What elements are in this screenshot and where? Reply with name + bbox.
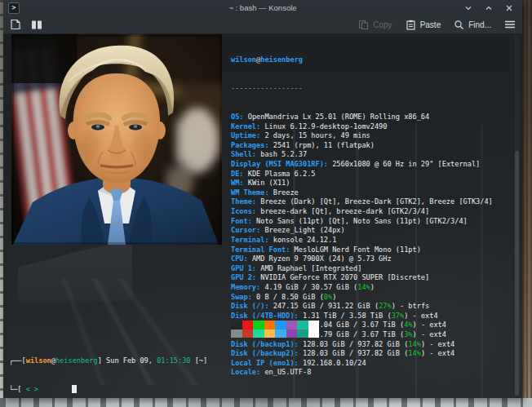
close-icon — [505, 4, 513, 12]
fastfetch-line: Theme: Breeze (Dark) [Qt], Breeze-Dark [… — [231, 197, 493, 207]
paste-button[interactable]: Paste — [406, 20, 441, 30]
fastfetch-line: Memory: 4.19 GiB / 30.57 GiB (14%) — [231, 283, 493, 293]
prompt-line-2: └─[ < > — [9, 385, 207, 395]
find-button[interactable]: Find... — [454, 20, 491, 30]
prompt-host: heisenberg — [55, 356, 98, 365]
fastfetch-line: GPU 2: NVIDIA GeForce RTX 2070 SUPER [Di… — [231, 273, 493, 283]
desktop-wallpaper-right — [522, 0, 532, 407]
titlebar[interactable]: > ~ : bash — Konsole — [3, 0, 522, 16]
fastfetch-line: Uptime: 2 days, 15 hours, 49 mins — [231, 131, 493, 141]
fastfetch-title: wilson@heisenberg — [231, 55, 493, 65]
paste-label: Paste — [420, 20, 441, 29]
scrollbar-thumb[interactable] — [515, 151, 519, 396]
fastfetch-line: Terminal Font: MesloLGM Nerd Font Mono (… — [231, 246, 493, 255]
palette-swatch — [308, 330, 320, 338]
fastfetch-line: Disk (/): 247.15 GiB / 931.22 GiB (27%) … — [231, 302, 493, 312]
fastfetch-line: Disk (/backup2): 128.03 GiB / 937.82 GiB… — [231, 349, 493, 359]
fastfetch-line: Local IP (eno1): 192.168.0.10/24 — [231, 359, 493, 369]
konsole-window: > ~ : bash — Konsole — [3, 0, 522, 398]
prompt-line-1: ┌──[wilson@heisenberg] Sun Feb 09, 01:15… — [9, 356, 207, 366]
fastfetch-line: DE: KDE Plasma 6.2.5 — [231, 170, 493, 179]
split-view-button[interactable] — [31, 20, 42, 30]
fastfetch-line: Icons: breeze-dark [Qt], breeze-dark [GT… — [231, 207, 493, 217]
search-icon — [454, 20, 464, 30]
shell-prompt: ┌──[wilson@heisenberg] Sun Feb 09, 01:15… — [9, 338, 207, 398]
fastfetch-line: WM: KWin (X11) — [231, 179, 493, 188]
minimize-button[interactable] — [463, 3, 473, 13]
menu-button[interactable] — [504, 20, 516, 29]
terminal-viewport[interactable]: wilson@heisenberg ----------------- OS: … — [3, 34, 522, 398]
terminal-cursor[interactable] — [72, 385, 77, 393]
palette-swatch — [308, 321, 320, 330]
window-title: ~ : bash — Konsole — [3, 0, 522, 15]
palette-swatch — [286, 321, 298, 330]
new-tab-icon — [10, 19, 22, 30]
fastfetch-line: CPU: AMD Ryzen 9 7900X (24) @ 5.73 GHz — [231, 254, 493, 264]
close-button[interactable] — [504, 3, 514, 13]
fastfetch-line: Shell: bash 5.2.37 — [231, 150, 493, 160]
palette-row-normal — [231, 321, 319, 330]
fastfetch-line: Kernel: Linux 6.12.9-desktop-1omv2490 — [231, 122, 493, 132]
prompt-time: 01:15:30 — [157, 356, 190, 365]
copy-icon — [358, 20, 369, 30]
palette-swatch — [253, 330, 264, 338]
paste-icon — [406, 20, 416, 30]
fastfetch-output: wilson@heisenberg ----------------- OS: … — [231, 37, 493, 396]
terminal-color-palette — [231, 321, 319, 338]
palette-swatch — [297, 321, 308, 330]
palette-swatch — [242, 321, 254, 330]
fastfetch-line: Locale: en_US.UTF-8 — [231, 368, 493, 378]
palette-swatch — [253, 321, 264, 330]
fastfetch-line: Disk (/backup1): 128.03 GiB / 937.82 GiB… — [231, 340, 493, 350]
split-view-icon — [31, 20, 42, 30]
fastfetch-line: Display (MSI MAG301RF): 2560x1080 @ 60 H… — [231, 160, 493, 170]
fastfetch-line: Disk (/4TB-HDD): 1.31 TiB / 3.58 TiB (37… — [231, 312, 493, 321]
trump-portrait-image — [11, 34, 222, 245]
prompt-user: wilson — [26, 356, 51, 365]
fastfetch-line: Font: Noto Sans (11pt) [Qt], Noto Sans (… — [231, 217, 493, 227]
copy-label: Copy — [373, 20, 392, 29]
fastfetch-line: GPU 1: AMD Raphael [Integrated] — [231, 264, 493, 274]
palette-swatch — [275, 330, 286, 338]
fastfetch-user: wilson — [231, 55, 256, 64]
palette-swatch — [275, 321, 286, 330]
palette-swatch — [231, 330, 242, 338]
palette-swatch — [231, 321, 242, 330]
hamburger-menu-icon — [504, 20, 516, 29]
fastfetch-host: heisenberg — [260, 55, 303, 64]
find-label: Find... — [468, 20, 491, 29]
fastfetch-line: WM Theme: Breeze — [231, 188, 493, 198]
palette-swatch — [264, 321, 276, 330]
fastfetch-line: Swap: 0 B / 8.50 GiB (0%) — [231, 293, 493, 303]
maximize-button[interactable] — [484, 3, 494, 13]
fastfetch-separator: ----------------- — [231, 84, 493, 94]
background-house-silhouette — [18, 240, 132, 301]
palette-swatch — [242, 330, 254, 338]
palette-swatch — [286, 330, 298, 338]
new-tab-button[interactable] — [10, 19, 22, 30]
copy-button[interactable]: Copy — [358, 20, 392, 30]
fastfetch-line: Cursor: Breeze_Light (24px) — [231, 226, 493, 236]
palette-row-bright — [231, 330, 319, 338]
palette-swatch — [264, 330, 276, 338]
minimize-icon — [464, 4, 472, 12]
fastfetch-line: Terminal: konsole 24.12.1 — [231, 236, 493, 246]
maximize-icon — [485, 4, 493, 12]
fastfetch-line: Packages: 2541 (rpm), 11 (flatpak) — [231, 141, 493, 151]
toolbar: Copy Paste Find... — [3, 15, 522, 34]
fastfetch-line: OS: OpenMandriva Lx 25.01 (ROME) Rolling… — [231, 113, 493, 122]
palette-swatch — [297, 330, 308, 338]
fastfetch-entries: OS: OpenMandriva Lx 25.01 (ROME) Rolling… — [231, 113, 493, 378]
desktop-wallpaper-bottom — [0, 398, 532, 407]
scrollbar[interactable] — [513, 35, 520, 396]
prompt-arrows: < > — [26, 385, 39, 393]
